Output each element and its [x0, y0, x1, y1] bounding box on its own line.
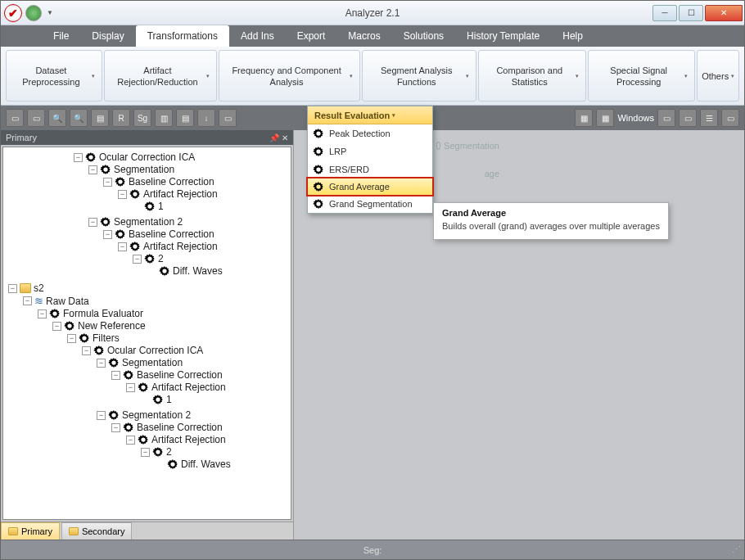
- ribbon-artifact-rejection[interactable]: Artifact Rejection/Reduction▾: [104, 50, 217, 102]
- tree-node[interactable]: Segmentation: [114, 164, 174, 175]
- dd-lrp[interactable]: LRP: [308, 142, 432, 160]
- collapse-icon[interactable]: −: [141, 448, 150, 457]
- collapse-icon[interactable]: −: [8, 284, 17, 293]
- tree-node[interactable]: Baseline Correction: [137, 369, 223, 381]
- tool-btn-1[interactable]: ▭: [6, 109, 24, 127]
- collapse-icon[interactable]: −: [97, 359, 106, 368]
- tree-node[interactable]: Baseline Correction: [129, 176, 214, 187]
- collapse-icon[interactable]: −: [74, 153, 83, 162]
- dropdown-header[interactable]: Result Evaluation▾: [308, 106, 432, 124]
- maximize-button[interactable]: ☐: [679, 5, 703, 21]
- menu-export[interactable]: Export: [286, 25, 337, 47]
- tree-node[interactable]: Baseline Correction: [129, 228, 214, 240]
- tree-node[interactable]: Raw Data: [46, 296, 89, 307]
- collapse-icon[interactable]: −: [111, 371, 120, 380]
- close-button[interactable]: ✕: [705, 5, 743, 21]
- menu-transformations[interactable]: Transformations: [136, 25, 229, 47]
- tree-node[interactable]: Filters: [93, 332, 120, 344]
- tree-node[interactable]: 1: [166, 394, 172, 405]
- gear-icon: [152, 446, 164, 458]
- ribbon-comparison-stats[interactable]: Comparison and Statistics▾: [478, 50, 586, 102]
- tree-node[interactable]: Artifact Rejection: [143, 241, 218, 252]
- tool-btn-9[interactable]: ▤: [176, 109, 194, 127]
- collapse-icon[interactable]: −: [23, 296, 32, 305]
- menu-help[interactable]: Help: [551, 25, 594, 47]
- menu-macros[interactable]: Macros: [336, 25, 391, 47]
- collapse-icon[interactable]: −: [38, 309, 47, 318]
- menu-file[interactable]: File: [42, 25, 80, 47]
- tool-win-3[interactable]: ☰: [700, 109, 718, 127]
- collapse-icon[interactable]: −: [126, 436, 135, 445]
- menu-history-template[interactable]: History Template: [455, 25, 551, 47]
- tree-node[interactable]: Artifact Rejection: [143, 188, 218, 200]
- tool-btn-8[interactable]: ▥: [155, 109, 173, 127]
- tree-node[interactable]: Ocular Correction ICA: [99, 151, 195, 163]
- collapse-icon[interactable]: −: [133, 255, 142, 264]
- tree-node[interactable]: Diff. Waves: [173, 265, 223, 277]
- dd-grand-segmentation[interactable]: Grand Segmentation: [308, 195, 432, 213]
- collapse-icon[interactable]: −: [88, 218, 97, 227]
- tool-zoom-in[interactable]: 🔍: [48, 109, 66, 127]
- tool-btn-down[interactable]: ↓: [197, 109, 215, 127]
- tree-node[interactable]: Artifact Rejection: [151, 382, 226, 393]
- tree-node[interactable]: New Reference: [78, 320, 146, 332]
- tool-win-4[interactable]: ▭: [721, 109, 739, 127]
- collapse-icon[interactable]: −: [97, 411, 106, 420]
- collapse-icon[interactable]: −: [118, 190, 127, 199]
- tree-node[interactable]: Artifact Rejection: [151, 434, 226, 445]
- minimize-button[interactable]: ─: [652, 5, 677, 21]
- tree-node[interactable]: 2: [166, 446, 172, 458]
- tree-node[interactable]: Segmentation: [122, 357, 183, 368]
- tab-primary[interactable]: Primary: [1, 522, 60, 540]
- tool-btn-11[interactable]: ▭: [219, 109, 237, 127]
- collapse-icon[interactable]: −: [88, 165, 97, 174]
- tree-node[interactable]: Diff. Waves: [181, 458, 231, 470]
- ribbon-others[interactable]: Others▾: [697, 50, 739, 102]
- tool-layout-1[interactable]: ▦: [575, 109, 593, 127]
- tree-node[interactable]: Ocular Correction ICA: [107, 345, 203, 356]
- tree-node[interactable]: Segmentation 2: [122, 409, 191, 421]
- ribbon-segment-analysis[interactable]: Segment Analysis Functions▾: [362, 50, 476, 102]
- collapse-icon[interactable]: −: [111, 423, 120, 432]
- tree-node[interactable]: Segmentation 2: [114, 216, 183, 228]
- menu-solutions[interactable]: Solutions: [392, 25, 455, 47]
- qat-dropdown-icon[interactable]: ▼: [45, 9, 55, 16]
- tree-view[interactable]: −Ocular Correction ICA −Segmentation −Ba…: [2, 147, 291, 520]
- tool-win-2[interactable]: ▭: [679, 109, 697, 127]
- tree-node[interactable]: 2: [158, 253, 164, 264]
- tool-btn-5[interactable]: ▤: [91, 109, 109, 127]
- menu-addins[interactable]: Add Ins: [229, 25, 286, 47]
- wave-icon: ≋: [34, 295, 43, 307]
- tool-btn-2[interactable]: ▭: [27, 109, 45, 127]
- tool-btn-sg[interactable]: Sg: [133, 109, 151, 127]
- collapse-icon[interactable]: −: [52, 322, 61, 331]
- tab-secondary[interactable]: Secondary: [61, 522, 133, 540]
- menu-display[interactable]: Display: [80, 25, 135, 47]
- dd-grand-average[interactable]: Grand Average: [307, 178, 433, 196]
- tool-layout-2[interactable]: ▦: [596, 109, 614, 127]
- ribbon-frequency-component[interactable]: Frequency and Component Analysis▾: [219, 50, 360, 102]
- tool-btn-r[interactable]: R: [112, 109, 130, 127]
- globe-icon[interactable]: [25, 5, 42, 21]
- tree-node[interactable]: 1: [158, 201, 164, 212]
- collapse-icon[interactable]: −: [126, 383, 135, 392]
- collapse-icon[interactable]: −: [103, 178, 112, 187]
- ribbon-special-signal[interactable]: Special Signal Processing▾: [588, 50, 695, 102]
- tree-node[interactable]: s2: [34, 282, 44, 294]
- collapse-icon[interactable]: −: [118, 242, 127, 251]
- sidebar-header: Primary 📌 ✕: [1, 130, 293, 145]
- ribbon-dataset-preprocessing[interactable]: Dataset Preprocessing▾: [6, 50, 102, 102]
- tree-node[interactable]: Baseline Correction: [137, 422, 223, 433]
- pin-icon[interactable]: 📌 ✕: [269, 133, 288, 142]
- dd-peak-detection[interactable]: Peak Detection: [308, 124, 432, 142]
- dd-ers-erd[interactable]: ERS/ERD: [308, 160, 432, 178]
- menubar: File Display Transformations Add Ins Exp…: [1, 25, 744, 47]
- tree-node[interactable]: Formula Evaluator: [63, 308, 143, 319]
- resize-grip-icon[interactable]: ⋰: [732, 544, 744, 555]
- collapse-icon[interactable]: −: [67, 334, 76, 343]
- collapse-icon[interactable]: −: [82, 346, 91, 355]
- tool-win-1[interactable]: ▭: [657, 109, 675, 127]
- tool-zoom-out[interactable]: 🔍: [70, 109, 88, 127]
- collapse-icon[interactable]: −: [103, 230, 112, 239]
- windows-label[interactable]: Windows: [617, 113, 654, 123]
